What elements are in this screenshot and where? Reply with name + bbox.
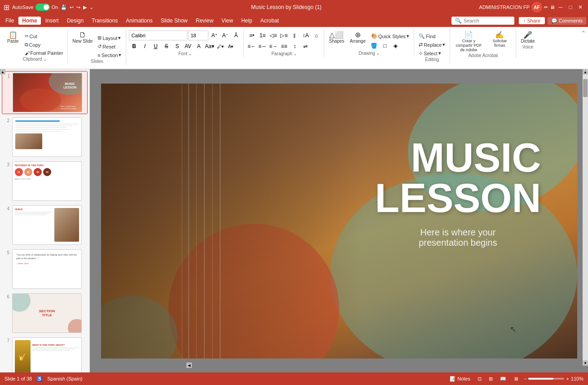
shapes-button[interactable]: △⬜ Shapes [327, 31, 346, 44]
copy-button[interactable]: ⧉ Copy [23, 41, 65, 49]
increase-indent-btn[interactable]: ▷≡ [279, 31, 289, 40]
align-right-btn[interactable]: ≡→ [268, 41, 278, 51]
smart-art-btn[interactable]: ⌂ [311, 31, 321, 40]
accessibility-icon[interactable]: ♿ [36, 376, 43, 382]
reading-view-btn[interactable]: 📖 [498, 375, 508, 383]
highlight-btn[interactable]: 🖊▾ [215, 41, 225, 51]
slide-sorter-btn[interactable]: ⊞ [487, 375, 495, 383]
font-color-dropdown[interactable]: A▾ [225, 41, 235, 51]
numbering-btn[interactable]: 1≡ [257, 31, 267, 40]
zoom-out-btn[interactable]: − [524, 376, 526, 381]
reset-button[interactable]: ↺ Reset [96, 43, 123, 50]
slide-item-2[interactable]: 2 [2, 116, 88, 158]
slide-item-4[interactable]: 4 VENUS [2, 204, 88, 246]
undo-icon[interactable]: ↩ [70, 4, 74, 10]
dictate-button[interactable]: 🎤 Dictate [519, 31, 536, 44]
menu-transitions[interactable]: Transitions [88, 17, 121, 25]
find-button[interactable]: 🔍 Find [417, 32, 437, 40]
replace-button[interactable]: ⇄ Replace ▾ [417, 41, 447, 49]
minimize-btn[interactable]: ─ [557, 3, 565, 11]
clipboard-expand-icon[interactable]: ⌄ [43, 57, 47, 62]
decrease-font-btn[interactable]: A⁻ [220, 31, 230, 40]
cut-button[interactable]: ✂ Cut [23, 32, 65, 40]
change-case-btn[interactable]: Aa▾ [204, 41, 214, 51]
autosave-toggle[interactable] [35, 4, 50, 11]
italic-btn[interactable]: I [140, 41, 150, 51]
presenter-view-btn[interactable]: 🖥 [512, 375, 520, 382]
paste-button[interactable]: 📋 Paste [4, 31, 22, 44]
create-pdf-button[interactable]: 📄 Crear y compartir PDF de Adobe [453, 31, 484, 53]
char-spacing-btn[interactable]: AV [183, 41, 193, 51]
clear-format-btn[interactable]: Ā [231, 31, 241, 40]
collapse-ribbon-icon[interactable]: ⌃ [581, 30, 586, 37]
slide-item-3[interactable]: 3 FEATURES OF THIS TOPIC 01 02 03 04 ABO… [2, 160, 88, 202]
scroll-down-arrow[interactable]: ▼ [583, 360, 588, 366]
slide-item-7[interactable]: 7 🎷 WHAT IS THIS TOPIC ABOUT? [2, 336, 88, 372]
underline-btn[interactable]: U [150, 41, 160, 51]
drawing-expand-icon[interactable]: ⌄ [376, 51, 380, 56]
menu-review[interactable]: Review [192, 17, 217, 25]
paragraph-expand-icon[interactable]: ⌄ [293, 51, 297, 56]
menu-slideshow[interactable]: Slide Show [157, 17, 191, 25]
decrease-indent-btn[interactable]: ◁≡ [268, 31, 278, 40]
quick-styles-button[interactable]: 🎨 Quick Styles ▾ [369, 32, 411, 40]
save-icon[interactable]: 💾 [61, 4, 67, 10]
strikethrough-btn[interactable]: S [161, 41, 171, 51]
pen-icon[interactable]: ✏ [544, 4, 548, 10]
slide-item-5[interactable]: 5 "You can think of collaboration as hel… [2, 248, 88, 290]
menu-home[interactable]: Home [18, 17, 40, 25]
zoom-in-btn[interactable]: + [566, 376, 569, 381]
arrange-button[interactable]: ⊕ Arrange [348, 31, 367, 44]
slide-item-6[interactable]: 6 SECTIONTITLE [2, 292, 88, 334]
shadow-btn[interactable]: S [172, 41, 182, 51]
font-color-btn[interactable]: A [194, 41, 203, 51]
slide-item-1[interactable]: 1 MUSICLESSON Here is where yourpresenta… [2, 71, 88, 114]
justify-btn[interactable]: ≡≡ [279, 41, 289, 51]
bullets-btn[interactable]: ≡• [247, 31, 256, 40]
present-icon[interactable]: ▶ [83, 4, 87, 10]
comments-button[interactable]: 💬 Comments [548, 17, 586, 25]
columns-btn[interactable]: ⫿ [290, 31, 300, 40]
display-icon[interactable]: 🖥 [550, 4, 555, 10]
search-input[interactable] [464, 18, 508, 23]
slide-canvas[interactable]: MUSIC LESSON Here is where yourpresentat… [101, 84, 577, 358]
solicitar-firmas-button[interactable]: ✍ Solicitar firmas [486, 31, 513, 49]
section-button[interactable]: ≡ Section ▾ [96, 51, 123, 59]
redo-icon[interactable]: ↪ [76, 4, 80, 10]
menu-view[interactable]: View [218, 17, 237, 25]
menu-help[interactable]: Help [238, 17, 256, 25]
align-center-btn[interactable]: ≡↔ [257, 41, 267, 51]
more-tools-icon[interactable]: ⌄ [89, 4, 93, 10]
font-size-input[interactable] [188, 31, 208, 40]
user-avatar[interactable]: AF [531, 2, 542, 13]
increase-font-btn[interactable]: A⁺ [209, 31, 219, 40]
text-direction-btn[interactable]: ↕A [301, 31, 310, 40]
menu-file[interactable]: File [2, 17, 18, 25]
font-name-input[interactable] [129, 31, 187, 40]
shape-fill-btn[interactable]: 🪣 [369, 41, 379, 51]
restore-btn[interactable]: □ [566, 3, 575, 11]
menu-design[interactable]: Design [63, 17, 87, 25]
normal-view-btn[interactable]: ⊡ [476, 375, 483, 383]
menu-insert[interactable]: Insert [42, 17, 62, 25]
shape-effects-btn[interactable]: ◈ [391, 41, 401, 51]
layout-button[interactable]: ⊞ Layout ▾ [96, 34, 123, 42]
scroll-up-btn[interactable]: ▲ [0, 69, 5, 75]
menu-animations[interactable]: Animations [122, 17, 156, 25]
scroll-left-btn[interactable]: ◀ [186, 363, 192, 368]
select-button[interactable]: ⊹ Select ▾ [417, 49, 443, 57]
notes-button[interactable]: 📝 Notes [448, 375, 472, 383]
scroll-up-arrow[interactable]: ▲ [583, 69, 588, 75]
menu-acrobat[interactable]: Acrobat [257, 17, 283, 25]
bold-btn[interactable]: B [129, 41, 139, 51]
format-painter-button[interactable]: 🖌 Format Painter [23, 49, 65, 57]
shape-outline-btn[interactable]: □ [380, 41, 390, 51]
convert-btn[interactable]: ⇌ [301, 41, 310, 51]
zoom-bar[interactable] [528, 378, 564, 380]
scroll-thumb[interactable] [583, 79, 588, 97]
close-btn[interactable]: ✕ [576, 3, 584, 11]
line-spacing-btn[interactable]: ↕ [290, 41, 300, 51]
align-left-btn[interactable]: ≡← [247, 41, 256, 51]
font-expand-icon[interactable]: ⌄ [188, 51, 192, 56]
share-button[interactable]: ↑ Share [519, 17, 545, 24]
